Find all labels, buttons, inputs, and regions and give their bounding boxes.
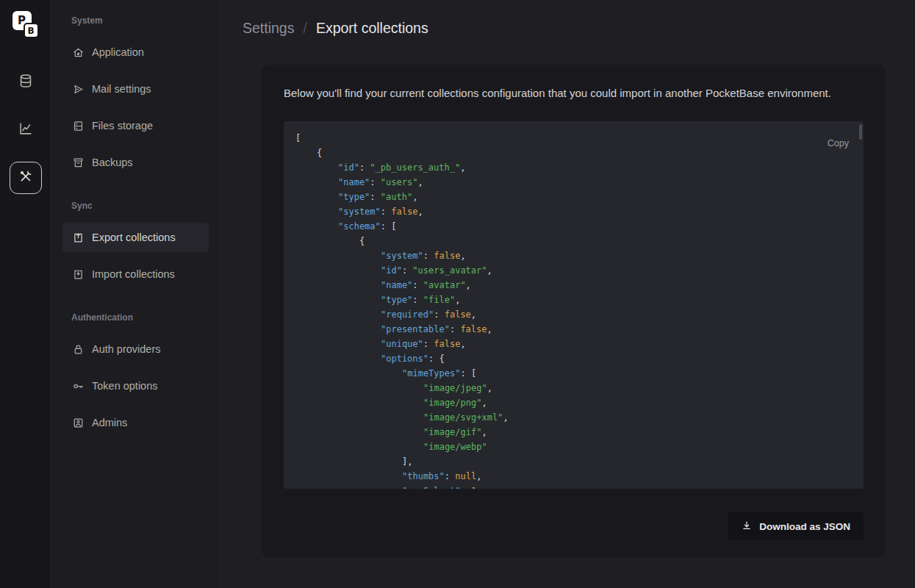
download-json-button[interactable]: Download as JSON bbox=[728, 512, 864, 540]
logo-letter-b: B bbox=[24, 23, 39, 38]
sidebar-item-auth-providers[interactable]: Auth providers bbox=[62, 334, 209, 364]
breadcrumb-settings[interactable]: Settings bbox=[243, 20, 294, 37]
code-line: "image/svg+xml", bbox=[295, 410, 864, 425]
lock-icon bbox=[72, 343, 85, 356]
breadcrumb-divider: / bbox=[303, 20, 306, 37]
archive-icon bbox=[72, 157, 85, 169]
export-icon bbox=[72, 232, 85, 244]
code-line: "schema": [ bbox=[295, 219, 864, 234]
code-line: "system": false, bbox=[295, 248, 864, 263]
download-label: Download as JSON bbox=[759, 521, 850, 532]
key-icon bbox=[72, 380, 85, 392]
code-line: "options": { bbox=[295, 351, 864, 366]
panel-footer: Download as JSON bbox=[284, 512, 864, 540]
code-line: "maxSelect": 1 bbox=[295, 484, 864, 489]
import-icon bbox=[72, 268, 85, 281]
code-line: "presentable": false, bbox=[295, 322, 864, 337]
sidebar-item-label: Export collections bbox=[92, 232, 176, 243]
code-line: "thumbs": null, bbox=[295, 469, 864, 484]
line-chart-icon bbox=[18, 121, 34, 140]
sidebar-section-title: System bbox=[71, 15, 200, 26]
home-icon bbox=[72, 46, 85, 59]
rail-item-logs[interactable] bbox=[10, 114, 42, 146]
sidebar-item-export-collections[interactable]: Export collections bbox=[62, 223, 209, 252]
code-line: "name": "users", bbox=[295, 175, 864, 190]
code-line: "name": "avatar", bbox=[295, 278, 864, 293]
sidebar-item-label: Files storage bbox=[92, 120, 153, 132]
rail-item-settings[interactable] bbox=[10, 162, 42, 194]
code-content: [{"id": "_pb_users_auth_","name": "users… bbox=[284, 121, 864, 489]
copy-button[interactable]: Copy bbox=[828, 138, 849, 148]
sidebar-item-label: Token options bbox=[92, 380, 157, 392]
admin-icon bbox=[72, 417, 85, 429]
code-line: "image/gif", bbox=[295, 425, 864, 440]
sidebar-item-admins[interactable]: Admins bbox=[62, 408, 209, 437]
code-line: { bbox=[295, 234, 864, 248]
app: P B SystemApplicationMail settingsFiles … bbox=[0, 0, 915, 588]
code-line: "type": "auth", bbox=[295, 190, 864, 204]
app-rail: P B bbox=[0, 0, 51, 588]
settings-sidebar: SystemApplicationMail settingsFiles stor… bbox=[51, 0, 220, 588]
collections-config-code: [{"id": "_pb_users_auth_","name": "users… bbox=[284, 121, 864, 489]
sidebar-section-title: Sync bbox=[71, 201, 200, 211]
code-line: { bbox=[295, 146, 864, 160]
sidebar-item-import-collections[interactable]: Import collections bbox=[62, 259, 209, 289]
sidebar-item-label: Admins bbox=[92, 417, 127, 429]
main-content: Settings / Export collections Below you'… bbox=[220, 0, 915, 588]
rail-nav bbox=[10, 66, 42, 209]
sidebar-section-title: Authentication bbox=[71, 312, 200, 323]
code-line: "unique": false, bbox=[295, 337, 864, 351]
code-line: "mimeTypes": [ bbox=[295, 366, 864, 381]
code-line: "id": "users_avatar", bbox=[295, 263, 864, 278]
code-line: "id": "_pb_users_auth_", bbox=[295, 160, 864, 175]
export-collections-panel: Below you'll find your current collectio… bbox=[262, 65, 886, 557]
intro-text: Below you'll find your current collectio… bbox=[284, 87, 864, 99]
sidebar-item-application[interactable]: Application bbox=[62, 37, 209, 67]
code-scrollbar-thumb[interactable] bbox=[859, 124, 862, 140]
sidebar-item-mail-settings[interactable]: Mail settings bbox=[62, 74, 209, 104]
code-line: "image/png", bbox=[295, 395, 864, 410]
send-icon bbox=[72, 83, 85, 96]
rail-item-collections[interactable] bbox=[10, 66, 42, 98]
database-icon bbox=[18, 73, 34, 92]
tools-icon bbox=[18, 168, 34, 187]
download-icon bbox=[742, 520, 752, 533]
code-line: "required": false, bbox=[295, 307, 864, 322]
drive-icon bbox=[72, 120, 85, 132]
sidebar-item-label: Auth providers bbox=[92, 343, 161, 355]
code-line: "image/jpeg", bbox=[295, 381, 864, 395]
code-line: [ bbox=[295, 131, 864, 146]
code-line: ], bbox=[295, 454, 864, 469]
sidebar-item-label: Backups bbox=[92, 157, 133, 168]
pocketbase-logo[interactable]: P B bbox=[12, 11, 39, 38]
code-line: "image/webp" bbox=[295, 440, 864, 454]
sidebar-item-files-storage[interactable]: Files storage bbox=[62, 111, 209, 140]
breadcrumb: Settings / Export collections bbox=[243, 20, 893, 37]
sidebar-item-label: Application bbox=[92, 46, 144, 58]
sidebar-item-backups[interactable]: Backups bbox=[62, 148, 209, 177]
sidebar-item-label: Mail settings bbox=[92, 83, 151, 95]
sidebar-item-token-options[interactable]: Token options bbox=[62, 371, 209, 401]
sidebar-item-label: Import collections bbox=[92, 268, 175, 280]
code-line: "type": "file", bbox=[295, 293, 864, 307]
breadcrumb-current: Export collections bbox=[316, 20, 428, 37]
code-line: "system": false, bbox=[295, 204, 864, 219]
